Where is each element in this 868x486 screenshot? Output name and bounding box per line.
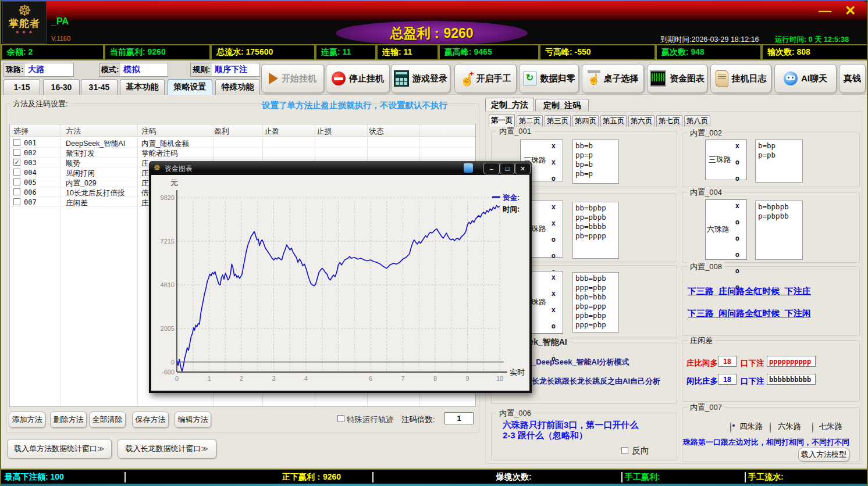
stat-win-count: 赢次数: 948 bbox=[656, 44, 762, 60]
tab-basic[interactable]: 基本功能 bbox=[120, 79, 165, 95]
bead-road-box: 六珠路 xooooo bbox=[705, 199, 747, 260]
col-takeprofit[interactable]: 止盈 bbox=[264, 126, 279, 137]
tab-31-45[interactable]: 31-45 bbox=[81, 79, 118, 95]
page-tab-4[interactable]: 第四页 bbox=[572, 115, 599, 127]
tab-custom-code[interactable]: 定制_注码 bbox=[535, 99, 589, 112]
row-checkbox[interactable] bbox=[13, 188, 20, 195]
rules-textbox[interactable]: b=bpbpbp=pbpbb bbox=[755, 201, 803, 260]
multiplier-label: 注码倍数: bbox=[401, 414, 435, 425]
rules-textbox[interactable]: bb=bpbppp=pbpbbp=bbbbpb=pppp bbox=[572, 202, 619, 259]
row-checkbox[interactable] bbox=[13, 139, 20, 146]
funds-chart-svg: 98207215461020050-60001234678910元实时资金:时间… bbox=[151, 175, 529, 391]
svg-text:3: 3 bbox=[272, 375, 275, 382]
rule-value: 顺序下注 bbox=[212, 65, 247, 75]
mode-combo[interactable]: 模式: 模拟 bbox=[99, 63, 168, 77]
rules-textbox[interactable]: bb=bpp=pbp=bpb=p bbox=[572, 140, 619, 184]
player-more-bet-input[interactable]: bbbbbbbbbb bbox=[767, 374, 816, 385]
tab-strategy[interactable]: 策略设置 bbox=[168, 79, 212, 95]
builtin-007-text: 珠路第一口跟左边对比，相同打相同，不同打不同 bbox=[683, 437, 859, 448]
builtin-008-label: 内置_008 bbox=[688, 262, 724, 271]
page-tab-1[interactable]: 第一页 bbox=[489, 114, 515, 127]
real-money-button[interactable]: 真钱 bbox=[839, 64, 866, 93]
page-tab-6[interactable]: 第六页 bbox=[628, 115, 654, 127]
builtin-008-link2[interactable]: 下三路_闲问路全红时候_下注闲 bbox=[688, 308, 811, 319]
start-hangup-button[interactable]: 开始挂机 bbox=[261, 64, 324, 93]
banker-more-bet-input[interactable]: pppppppppp bbox=[767, 356, 816, 367]
tab-custom-method[interactable]: 定制_方法 bbox=[485, 98, 534, 112]
status-divider bbox=[124, 472, 126, 483]
page-tab-2[interactable]: 第二页 bbox=[517, 115, 543, 127]
radio-6-bead[interactable] bbox=[770, 422, 771, 433]
svg-text:2: 2 bbox=[240, 375, 243, 382]
load-dragon-stats-button[interactable]: 载入长龙数据统计窗口≫ bbox=[118, 439, 216, 459]
col-method[interactable]: 方法 bbox=[66, 126, 81, 137]
row-checkbox[interactable] bbox=[13, 149, 20, 156]
page-tab-7[interactable]: 第七页 bbox=[656, 115, 682, 127]
funds-chart-button[interactable]: 资金图表 bbox=[647, 64, 707, 93]
page-tab-5[interactable]: 第五页 bbox=[600, 115, 627, 127]
status-divider bbox=[621, 472, 622, 483]
road-type-combo[interactable]: 珠路: 大路 bbox=[3, 63, 74, 77]
calculator-icon bbox=[394, 70, 409, 87]
ai-chat-button[interactable]: AI聊天 bbox=[774, 64, 837, 93]
funds-chart-titlebar[interactable]: ☸ 资金图表 – □ ✕ bbox=[149, 161, 532, 175]
close-icon[interactable]: ✕ bbox=[845, 3, 856, 19]
col-code[interactable]: 注码 bbox=[141, 126, 156, 137]
chart-minimize-icon[interactable]: – bbox=[483, 163, 500, 174]
col-select[interactable]: 选择 bbox=[13, 126, 29, 137]
funds-chart-window[interactable]: ☸ 资金图表 – □ ✕ 98207215461020050-600012346… bbox=[149, 161, 532, 393]
clear-all-button[interactable]: 全部清除 bbox=[89, 412, 126, 428]
page-tab-8[interactable]: 第八页 bbox=[684, 115, 710, 127]
page-tab-3[interactable]: 第三页 bbox=[545, 115, 571, 127]
delete-method-button[interactable]: 删除方法 bbox=[50, 412, 87, 428]
data-reset-button[interactable]: ↻ 数据归零 bbox=[519, 64, 579, 93]
table-row[interactable]: 002 聚宝打发 掌舵者注码 bbox=[10, 148, 475, 158]
tab-1-15[interactable]: 1-15 bbox=[3, 79, 40, 95]
table-select-button[interactable]: ☝ 桌子选择 bbox=[582, 64, 644, 93]
banker-more-mid-label: 口下注 bbox=[741, 358, 764, 369]
load-single-stats-button[interactable]: 载入单方法数据统计窗口≫ bbox=[7, 439, 112, 459]
edit-method-button[interactable]: 编辑方法 bbox=[175, 412, 211, 428]
status-divider bbox=[745, 472, 746, 483]
multiplier-input[interactable]: 1 bbox=[444, 412, 474, 424]
minimize-icon[interactable]: — bbox=[819, 3, 831, 19]
player-more-count-input[interactable]: 18 bbox=[718, 374, 737, 385]
hangup-log-button[interactable]: 挂机日志 bbox=[710, 64, 771, 93]
row-checkbox[interactable] bbox=[13, 178, 20, 185]
save-method-button[interactable]: 保存方法 bbox=[132, 412, 169, 428]
stop-hangup-button[interactable]: 停止挂机 bbox=[326, 64, 390, 93]
stat-turnover: 总流水: 175600 bbox=[211, 44, 315, 60]
game-login-button[interactable]: 游戏登录 bbox=[391, 64, 450, 93]
add-method-button[interactable]: 添加方法 bbox=[9, 412, 45, 428]
row-checkbox[interactable]: ✓ bbox=[13, 159, 20, 166]
reverse-checkbox[interactable] bbox=[621, 447, 628, 454]
col-stoploss[interactable]: 止损 bbox=[316, 126, 332, 137]
special-track-checkbox[interactable] bbox=[337, 415, 344, 422]
skin-icon[interactable] bbox=[464, 163, 473, 173]
chart-close-icon[interactable]: ✕ bbox=[515, 163, 531, 174]
table-row[interactable]: 001 DeepSeek_智能AI 内置_随机金额 bbox=[10, 138, 475, 148]
col-status[interactable]: 状态 bbox=[369, 126, 384, 137]
builtin-008-group bbox=[682, 266, 860, 336]
tab-16-30[interactable]: 16-30 bbox=[43, 79, 80, 95]
rule-combo[interactable]: 规则: 顺序下注 bbox=[190, 63, 260, 77]
chart-maximize-icon[interactable]: □ bbox=[500, 163, 515, 174]
radio-4-bead[interactable] bbox=[730, 422, 731, 433]
builtin-008-link1[interactable]: 下三路_庄问路全红时候_下注庄 bbox=[688, 286, 811, 297]
builtin-001-label: 内置_001 bbox=[497, 127, 533, 135]
app-logo: ☸ 掌舵者 ◆ ◆ ◆ bbox=[2, 1, 47, 44]
svg-text:实时: 实时 bbox=[510, 368, 525, 377]
banker-more-count-input[interactable]: 18 bbox=[718, 356, 737, 367]
player-more-mid-label: 口下注 bbox=[741, 376, 764, 387]
tab-special[interactable]: 特殊功能 bbox=[215, 79, 260, 95]
svg-text:7: 7 bbox=[401, 375, 404, 382]
load-model-button[interactable]: 载入方法模型 bbox=[798, 448, 849, 462]
rules-textbox[interactable]: b=bpp=pb bbox=[755, 140, 803, 183]
row-checkbox[interactable] bbox=[13, 169, 20, 176]
svg-text:资金:: 资金: bbox=[503, 194, 520, 202]
row-checkbox[interactable] bbox=[13, 198, 20, 205]
radio-7-bead[interactable] bbox=[812, 422, 813, 433]
rules-textbox[interactable]: bbb=bpbppp=pbpbpb=bbbpbp=pppppb=pbpppp=p… bbox=[572, 272, 619, 333]
col-profit[interactable]: 盈利 bbox=[214, 126, 229, 137]
manual-mode-button[interactable]: ☝ + 开启手工 bbox=[454, 64, 517, 93]
